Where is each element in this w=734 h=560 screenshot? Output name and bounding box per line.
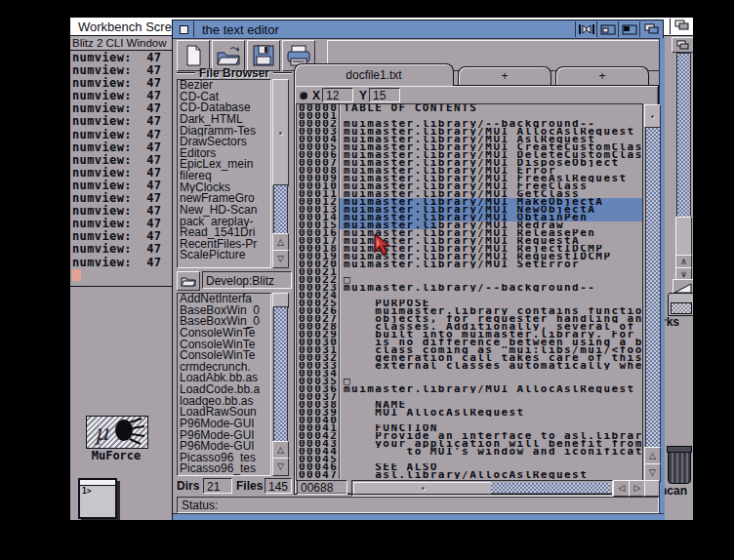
file-list-item[interactable]: Diagramm-Tes <box>178 126 270 138</box>
document-line[interactable]: 00014 muimaster.library/MUI_ObtainPen <box>297 214 643 221</box>
file-list-item[interactable]: Bezier <box>178 80 270 92</box>
directory-list[interactable]: AddNetInterfaBaseBoxWin_0BaseBoxWin_0Con… <box>177 293 271 476</box>
document-hscrollbar-thumb[interactable] <box>353 482 492 495</box>
document-line[interactable]: 00007 muimaster.library/MUI_DisposeObjec… <box>297 159 643 167</box>
document-line[interactable]: 00037 <box>297 393 643 401</box>
file-list-scrollbar-thumb[interactable] <box>272 79 289 186</box>
background-window-depth-gadget[interactable] <box>672 37 693 53</box>
document-line[interactable]: 00029 built into muimaster.library. For … <box>297 331 643 339</box>
document-line[interactable]: 00005 muimaster.library/MUI_CreateCustom… <box>297 143 643 151</box>
trashcan-icon[interactable] <box>668 449 691 484</box>
document-line[interactable]: 00017 muimaster.library/MUI_RequestA <box>297 237 643 245</box>
file-list-item[interactable]: CD-Cat <box>178 92 270 103</box>
document-line[interactable]: 00008 muimaster.library/MUI_Error <box>297 167 643 175</box>
document-line[interactable]: 00041 FUNCTION <box>297 424 643 432</box>
document-line[interactable]: 00034 <box>297 370 643 378</box>
directory-list-item[interactable]: P96Mode-GUI <box>178 430 270 442</box>
directory-list-item[interactable]: LoadAbk.bb.as <box>178 373 270 384</box>
document-line[interactable]: 00004 muimaster.library/MUI_AslRequest <box>297 136 643 143</box>
snapshot-button[interactable] <box>618 21 640 37</box>
zoom-button[interactable] <box>596 21 619 37</box>
document-line[interactable]: 00039 MUI_AllocAslRequest <box>297 409 643 417</box>
document-line[interactable]: 00003 muimaster.library/MUI_AllocAslRequ… <box>297 128 643 136</box>
background-window-scrollbar-track[interactable] <box>676 53 691 219</box>
document-line[interactable]: 00002 muimaster.library/--background-- <box>297 120 643 128</box>
file-list-scroll-down-button[interactable]: ▽ <box>272 250 289 268</box>
file-list-item[interactable]: Read_1541Dri <box>178 227 270 239</box>
file-list-scrollbar-track[interactable] <box>273 184 288 235</box>
background-window-scrollbar-thumb[interactable] <box>675 217 692 256</box>
background-window-resize-gadget[interactable] <box>673 279 693 294</box>
document-line[interactable]: 00019 muimaster.library/MUI_RequestIDCMP <box>297 253 643 260</box>
file-list-item[interactable]: New_HD-Scan <box>178 205 270 217</box>
file-list-item[interactable]: DrawSectors <box>178 137 270 148</box>
document-line[interactable]: 00038 NAME <box>297 401 643 409</box>
document-line[interactable]: 00012 muimaster.library/MUI_MakeObjectA <box>297 198 643 206</box>
file-list-item[interactable]: Editors <box>178 148 270 160</box>
document-line[interactable]: 00026 muimaster.library contains functio… <box>297 307 643 315</box>
document-line[interactable]: 00042 Provide an interface to asl.librar… <box>297 432 643 440</box>
document-line[interactable]: 00001 <box>297 112 643 120</box>
document-line[interactable]: 00013 muimaster.library/MUI_NewObjectA <box>297 206 643 214</box>
document-line[interactable]: 00033 external classes automatically whe… <box>297 362 643 370</box>
document-line[interactable]: 00000 TABLE OF CONTENTS <box>297 104 643 112</box>
document-line[interactable]: 00018 muimaster.library/MUI_RejectIDCMP <box>297 245 643 253</box>
directory-list-item[interactable]: LoadRawSoun <box>178 407 270 419</box>
document-line[interactable]: 00047 asl.library/AllocAslRequest <box>297 471 643 479</box>
directory-list-scrollbar-track[interactable] <box>273 306 288 443</box>
document-hscrollbar[interactable] <box>351 480 613 497</box>
directory-list-item[interactable]: Picasso96_tes <box>178 453 270 464</box>
document-line[interactable]: 00006 muimaster.library/MUI_DeleteCustom… <box>297 151 643 159</box>
document-line[interactable]: 00032 generation call takes care of this <box>297 354 643 362</box>
directory-list-item[interactable]: Picasso96_tes <box>178 463 270 475</box>
iconify-button[interactable] <box>575 21 597 37</box>
directory-list-item[interactable]: crmdecrunch. <box>178 362 270 374</box>
document-line[interactable]: 00030 is no difference between using a b… <box>297 339 643 346</box>
file-list-item[interactable]: pack_areplay- <box>178 217 270 228</box>
window-resize-gadget[interactable] <box>639 514 659 520</box>
document-line[interactable]: 00024 <box>297 292 643 300</box>
document-vscrollbar-track[interactable] <box>645 127 661 449</box>
document-line[interactable]: 00043 your application will benefit from <box>297 440 643 448</box>
document-line[interactable]: 00044 to MUI's window and iconificati <box>297 448 643 456</box>
directory-list-item[interactable]: BaseBoxWin_0 <box>178 316 270 328</box>
file-list-item[interactable]: Dark_HTML <box>178 114 270 126</box>
document-line[interactable]: 00025 PURPOSE <box>297 300 643 307</box>
tab-new-1[interactable]: + <box>458 66 551 86</box>
directory-list-item[interactable]: ConsoleWinTe <box>178 340 270 351</box>
document-line[interactable]: 00009 muimaster.library/MUI_FreeAslReque… <box>297 175 643 182</box>
directory-list-item[interactable]: LoadCode.bb.a <box>178 384 270 396</box>
document-hscrollbar-track[interactable] <box>491 483 610 493</box>
document-line[interactable]: 00021 <box>297 268 643 276</box>
document-line[interactable]: 00028 classes. Additionally, several of … <box>297 323 643 331</box>
document-line[interactable]: 00035 □ <box>297 378 643 385</box>
drawer-icon[interactable] <box>668 293 693 316</box>
document-line[interactable]: 00046 SEE ALSO <box>297 463 643 471</box>
document-text-area[interactable]: 00000 TABLE OF CONTENTS 00001 00002 muim… <box>296 103 643 481</box>
window-titlebar[interactable]: the text editor <box>173 20 663 39</box>
document-line[interactable]: 00036 muimaster.library/MUI_AllocAslRequ… <box>297 385 643 393</box>
muforce-icon[interactable]: µ <box>86 416 148 449</box>
file-list-item[interactable]: MyClocks <box>178 182 270 194</box>
document-line[interactable]: 00011 muimaster.library/MUI_GetClass <box>297 190 643 198</box>
document-vscrollbar-thumb[interactable] <box>644 104 661 128</box>
file-list-item[interactable]: EpicLex_mein <box>178 159 270 171</box>
screen-depth-gadget[interactable] <box>670 19 693 34</box>
file-list-item[interactable]: RecentFiles-Pr <box>178 239 270 251</box>
file-list-item[interactable]: filereq <box>178 171 270 182</box>
cli-window-titlebar[interactable]: Blitz 2 CLI Window <box>70 36 177 51</box>
document-line[interactable]: 00015 muimaster.library/MUI_Redraw <box>297 221 643 229</box>
document-line[interactable]: 00022 □ <box>297 276 643 284</box>
document-line[interactable]: 00045 <box>297 456 643 463</box>
close-button[interactable] <box>175 21 194 37</box>
line-indicator-field[interactable]: 00688 <box>297 480 347 495</box>
path-input[interactable]: Develop:Blitz <box>202 271 292 289</box>
file-list[interactable]: BezierCD-CatCD-DatabaseDark_HTMLDiagramm… <box>177 79 271 268</box>
document-vscrollbar[interactable]: △ ▽ <box>642 103 660 480</box>
document-line[interactable]: 00020 muimaster.library/MUI_SetError <box>297 260 643 268</box>
depth-button[interactable] <box>639 21 663 37</box>
file-list-item[interactable]: ScalePicture <box>178 250 270 261</box>
document-line[interactable]: 00016 muimaster.library/MUI_ReleasePen <box>297 229 643 237</box>
document-line[interactable]: 00040 <box>297 417 643 424</box>
file-list-item[interactable]: CD-Database <box>178 102 270 114</box>
